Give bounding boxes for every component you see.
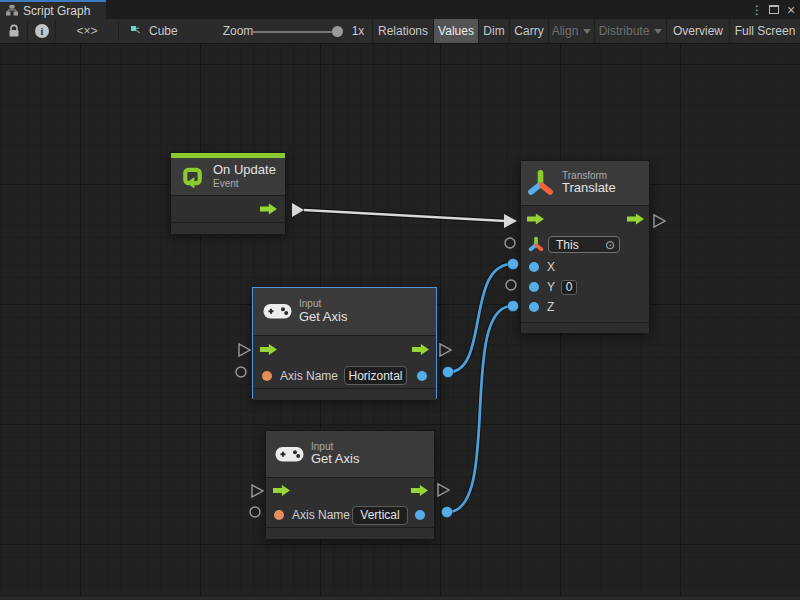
self-target-row: This ⊙ bbox=[521, 232, 649, 257]
info-icon: i bbox=[35, 24, 49, 38]
get-axis-h-value-out-port[interactable] bbox=[443, 367, 454, 378]
flow-out-arrow-icon bbox=[411, 485, 428, 496]
x-port-label: X bbox=[547, 260, 555, 274]
node-title: On Update bbox=[213, 163, 276, 178]
tab-title: Script Graph bbox=[23, 4, 90, 18]
self-object-field[interactable]: This ⊙ bbox=[548, 236, 620, 253]
script-graph-icon bbox=[6, 5, 18, 16]
y-value-field[interactable]: 0 bbox=[561, 280, 577, 295]
zoom-slider-track[interactable] bbox=[252, 31, 340, 33]
flow-arrow-icon bbox=[260, 204, 277, 215]
y-port-dot[interactable] bbox=[529, 282, 539, 292]
object-picker-icon[interactable]: ⊙ bbox=[605, 238, 615, 252]
dropdown-caret-icon bbox=[654, 29, 662, 34]
values-button[interactable]: Values bbox=[433, 19, 478, 43]
relations-button[interactable]: Relations bbox=[372, 19, 433, 43]
dim-button[interactable]: Dim bbox=[478, 19, 509, 43]
align-label: Align bbox=[552, 24, 579, 38]
node-title: Get Axis bbox=[311, 452, 359, 467]
node-header: Input Get Axis bbox=[253, 288, 436, 336]
node-footer bbox=[253, 388, 436, 400]
input-row-z: Z bbox=[521, 297, 649, 317]
align-dropdown[interactable]: Align bbox=[548, 19, 594, 43]
flow-row bbox=[253, 336, 436, 363]
graph-target-label: Cube bbox=[149, 24, 178, 38]
window-close-icon[interactable]: × bbox=[783, 0, 799, 19]
graph-toolbar: i <×> Cube Zoom 1x Relations Values Dim … bbox=[0, 19, 800, 44]
get-axis-v-value-out-port[interactable] bbox=[442, 507, 453, 518]
translate-z-in-port[interactable] bbox=[508, 301, 519, 312]
window-maximize-icon[interactable] bbox=[766, 0, 782, 19]
node-title: Get Axis bbox=[299, 310, 347, 325]
flow-in-arrow-icon bbox=[273, 485, 290, 496]
tab-script-graph[interactable]: Script Graph bbox=[0, 0, 106, 19]
carry-button[interactable]: Carry bbox=[509, 19, 548, 43]
overview-button[interactable]: Overview bbox=[666, 19, 729, 43]
input-row-y: Y 0 bbox=[521, 277, 649, 297]
node-on-update[interactable]: On Update Event bbox=[170, 152, 286, 233]
node-header: Transform Translate bbox=[521, 161, 649, 206]
axis-value-out-dot[interactable] bbox=[417, 371, 427, 381]
toolbar-separator bbox=[27, 21, 28, 41]
self-value: This bbox=[556, 238, 579, 252]
lock-icon bbox=[8, 24, 20, 38]
zoom-value: 1x bbox=[348, 19, 368, 43]
node-title: Translate bbox=[562, 181, 616, 196]
axis-name-port-dot[interactable] bbox=[262, 371, 272, 381]
lock-button[interactable] bbox=[2, 19, 26, 43]
axis-name-field[interactable]: Vertical bbox=[352, 506, 408, 525]
z-port-label: Z bbox=[547, 300, 554, 314]
info-button[interactable]: i bbox=[29, 19, 55, 43]
distribute-label: Distribute bbox=[599, 24, 650, 38]
dropdown-caret-icon bbox=[583, 29, 591, 34]
node-header: Input Get Axis bbox=[266, 431, 434, 478]
graph-node-icon bbox=[130, 25, 143, 38]
flow-row bbox=[521, 206, 649, 232]
flow-in-arrow-icon bbox=[527, 214, 544, 225]
gamepad-icon bbox=[263, 302, 292, 321]
y-port-label: Y bbox=[547, 280, 555, 294]
graph-target-button[interactable]: Cube bbox=[130, 19, 200, 43]
z-port-dot[interactable] bbox=[529, 302, 539, 312]
node-footer bbox=[171, 222, 285, 234]
maximize-glyph bbox=[769, 5, 779, 14]
transform-icon bbox=[527, 168, 554, 199]
flow-output-row bbox=[171, 196, 285, 222]
node-subtitle: Event bbox=[213, 178, 276, 190]
zoom-slider-handle[interactable] bbox=[332, 26, 343, 37]
gamepad-icon bbox=[275, 445, 304, 464]
distribute-dropdown[interactable]: Distribute bbox=[594, 19, 666, 43]
node-get-axis-vertical[interactable]: Input Get Axis Axis Name Vertical bbox=[265, 430, 435, 538]
flow-in-arrow-icon bbox=[260, 344, 277, 355]
axis-name-field[interactable]: Horizontal bbox=[344, 366, 407, 385]
translate-x-in-port[interactable] bbox=[508, 259, 519, 270]
axis-name-row: Axis Name Vertical bbox=[266, 503, 434, 527]
x-port-dot[interactable] bbox=[529, 262, 539, 272]
flow-out-arrow-icon bbox=[627, 214, 644, 225]
zoom-label: Zoom bbox=[222, 19, 254, 43]
node-translate[interactable]: Transform Translate This ⊙ X bbox=[520, 160, 650, 333]
axis-name-port-dot[interactable] bbox=[274, 510, 284, 520]
fullscreen-button[interactable]: Full Screen bbox=[729, 19, 800, 43]
axis-name-label: Axis Name bbox=[280, 369, 338, 383]
flow-out-arrow-icon bbox=[412, 344, 429, 355]
tab-strip: Script Graph ⋮ × bbox=[0, 0, 800, 19]
script-graph-window: Script Graph ⋮ × i <×> Cube Zoom bbox=[0, 0, 800, 600]
node-header: On Update Event bbox=[171, 158, 285, 196]
flow-row bbox=[266, 478, 434, 503]
node-get-axis-horizontal[interactable]: Input Get Axis Axis Name Horizontal bbox=[252, 287, 437, 399]
code-view-toggle[interactable]: <×> bbox=[58, 19, 116, 43]
axis-name-row: Axis Name Horizontal bbox=[253, 363, 436, 388]
update-loop-icon bbox=[180, 164, 205, 189]
toolbar-separator bbox=[118, 21, 119, 41]
node-footer bbox=[521, 322, 649, 333]
input-row-x: X bbox=[521, 257, 649, 277]
toolbar-separator bbox=[55, 21, 56, 41]
node-footer bbox=[266, 527, 434, 539]
axis-name-label: Axis Name bbox=[292, 508, 350, 522]
window-menu-icon[interactable]: ⋮ bbox=[750, 0, 764, 19]
axis-value-out-dot[interactable] bbox=[415, 510, 425, 520]
transform-mini-icon bbox=[528, 236, 544, 253]
